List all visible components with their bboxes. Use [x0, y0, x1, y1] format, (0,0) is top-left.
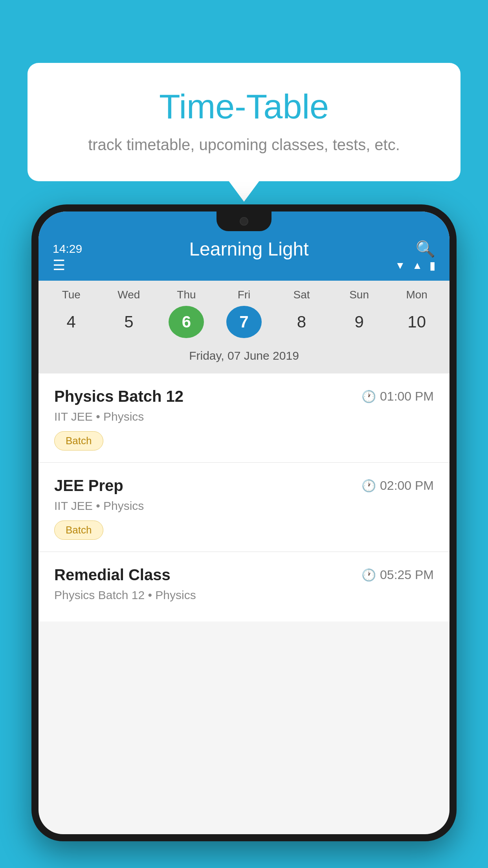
phone-notch	[216, 211, 272, 231]
class-time-3: 🕐 05:25 PM	[361, 568, 434, 582]
batch-tag-2: Batch	[54, 520, 103, 540]
class-item-2[interactable]: JEE Prep 🕐 02:00 PM IIT JEE • Physics Ba…	[39, 463, 449, 552]
wifi-status-icon: ▼	[395, 259, 405, 272]
class-time-1: 🕐 01:00 PM	[361, 389, 434, 404]
day-5[interactable]: 5	[111, 306, 147, 338]
day-numbers: 4 5 6 7 8 9 10	[39, 306, 449, 344]
class-item-3[interactable]: Remedial Class 🕐 05:25 PM Physics Batch …	[39, 552, 449, 622]
class-item-2-header: JEE Prep 🕐 02:00 PM	[54, 477, 434, 495]
clock-icon-3: 🕐	[361, 568, 376, 582]
day-header-wed: Wed	[111, 289, 147, 301]
camera-dot	[240, 217, 248, 226]
day-8[interactable]: 8	[284, 306, 319, 338]
class-item-3-header: Remedial Class 🕐 05:25 PM	[54, 566, 434, 584]
class-meta-1: IIT JEE • Physics	[54, 410, 434, 423]
class-name-2: JEE Prep	[54, 477, 123, 495]
class-time-2: 🕐 02:00 PM	[361, 478, 434, 493]
tooltip-title: Time-Table	[59, 86, 429, 127]
tooltip-subtitle: track timetable, upcoming classes, tests…	[59, 136, 429, 154]
app-bar-title: Learning Light	[82, 238, 416, 260]
day-4[interactable]: 4	[53, 306, 89, 338]
batch-tag-1: Batch	[54, 431, 103, 451]
class-meta-2: IIT JEE • Physics	[54, 499, 434, 513]
class-name-3: Remedial Class	[54, 566, 171, 584]
day-headers: Tue Wed Thu Fri Sat Sun Mon	[39, 289, 449, 306]
calendar-strip: Tue Wed Thu Fri Sat Sun Mon 4 5 6 7 8 9 …	[39, 281, 449, 373]
day-header-thu: Thu	[169, 289, 204, 301]
day-header-sun: Sun	[341, 289, 377, 301]
phone-outer: 14:29 Learning Light 🔍 ☰ ▼ ▲ ▮ Tue Wed	[31, 204, 457, 841]
phone-wrapper: 14:29 Learning Light 🔍 ☰ ▼ ▲ ▮ Tue Wed	[31, 204, 457, 868]
class-item-1-header: Physics Batch 12 🕐 01:00 PM	[54, 388, 434, 405]
battery-status-icon: ▮	[429, 259, 435, 272]
class-list: Physics Batch 12 🕐 01:00 PM IIT JEE • Ph…	[39, 373, 449, 622]
class-meta-3: Physics Batch 12 • Physics	[54, 588, 434, 602]
day-9[interactable]: 9	[341, 306, 377, 338]
selected-date: Friday, 07 June 2019	[39, 344, 449, 370]
day-header-sat: Sat	[284, 289, 319, 301]
clock-icon-1: 🕐	[361, 390, 376, 403]
clock-icon-2: 🕐	[361, 479, 376, 493]
day-10[interactable]: 10	[399, 306, 435, 338]
class-name-1: Physics Batch 12	[54, 388, 183, 405]
tooltip-card: Time-Table track timetable, upcoming cla…	[28, 63, 460, 181]
status-time: 14:29	[53, 242, 82, 256]
menu-icon[interactable]: ☰	[53, 257, 65, 274]
signal-status-icon: ▲	[412, 259, 422, 272]
day-header-fri: Fri	[226, 289, 262, 301]
day-6-today[interactable]: 6	[169, 306, 204, 338]
class-item-1[interactable]: Physics Batch 12 🕐 01:00 PM IIT JEE • Ph…	[39, 373, 449, 463]
phone-screen: 14:29 Learning Light 🔍 ☰ ▼ ▲ ▮ Tue Wed	[39, 211, 449, 834]
day-header-mon: Mon	[399, 289, 435, 301]
day-7-selected[interactable]: 7	[226, 306, 262, 338]
search-icon[interactable]: 🔍	[416, 240, 435, 258]
day-header-tue: Tue	[53, 289, 89, 301]
